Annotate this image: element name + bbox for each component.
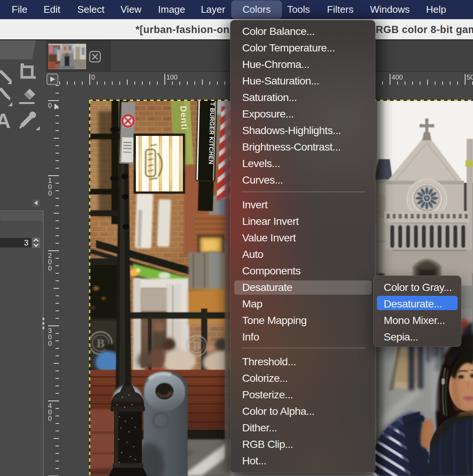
svg-text:0: 0	[48, 415, 52, 422]
svg-text:0: 0	[91, 74, 95, 81]
svg-text:3: 3	[24, 238, 29, 247]
svg-text:Denti: Denti	[178, 105, 189, 130]
svg-text:100: 100	[166, 74, 178, 81]
svg-text:500: 500	[467, 74, 473, 81]
svg-text:B: B	[193, 339, 200, 352]
svg-text:0: 0	[48, 265, 52, 272]
svg-text:0: 0	[48, 102, 52, 109]
svg-text:0: 0	[48, 340, 52, 347]
svg-text:400: 400	[392, 74, 403, 81]
svg-text:0: 0	[48, 190, 52, 197]
svg-text:B: B	[96, 336, 104, 350]
svg-text:A: A	[0, 109, 11, 133]
